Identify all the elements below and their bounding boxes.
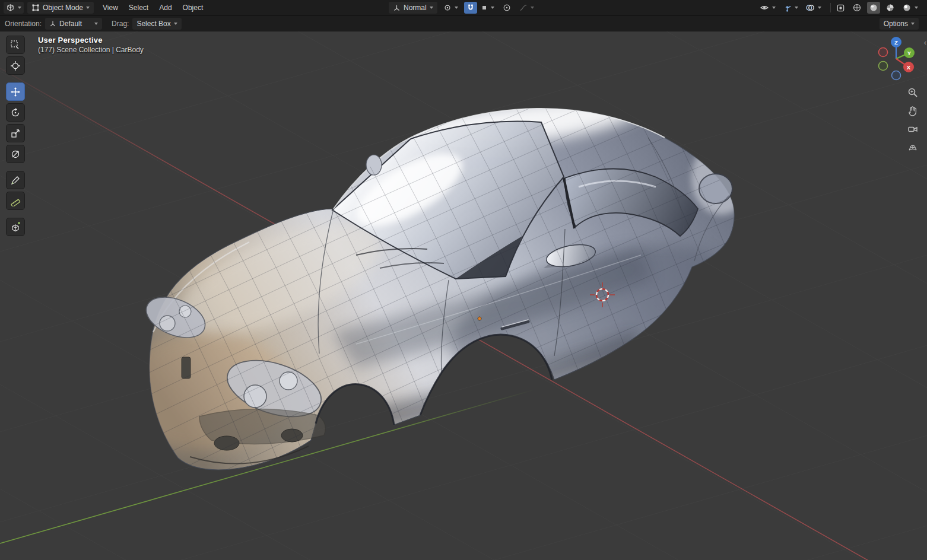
viewport-side-controls [906,85,919,154]
chevron-down-icon [795,7,798,9]
drag-label: Drag: [112,20,129,28]
shading-rendered-button[interactable] [900,2,920,14]
show-gizmo-dropdown[interactable] [781,2,800,14]
tool-cursor[interactable] [6,56,25,75]
shading-material-button[interactable] [884,2,897,14]
shading-solid-button[interactable] [867,2,880,14]
gizmo-axis-y-positive[interactable]: Y [904,47,915,58]
gizmo-y-label: Y [907,50,912,56]
orientation-label: Orientation: [5,20,42,28]
snap-target-dropdown[interactable] [478,2,497,14]
editor-type-icon [6,4,15,12]
gizmo-axis-z-positive[interactable]: Z [891,37,901,47]
material-shading-icon [885,3,895,12]
tool-move[interactable] [6,82,25,101]
orientation-select[interactable]: Default [45,18,102,30]
proportional-icon [503,4,511,12]
drag-select-value: Select Box [136,20,170,28]
viewport-canvas[interactable] [0,0,927,560]
quarter-window [699,174,732,203]
editor-type-selector[interactable] [4,2,24,14]
xray-toggle[interactable] [834,2,847,14]
overlays-icon [805,3,815,12]
rotate-tool-icon [10,107,21,118]
gizmo-arrows-icon [783,4,792,12]
fog-lamp [281,429,303,442]
show-overlays-dropdown[interactable] [804,2,823,14]
annotate-pen-icon [10,175,21,186]
options-dropdown[interactable]: Options [880,18,919,30]
falloff-dropdown[interactable] [517,2,536,14]
gizmo-axis-x-negative[interactable] [879,48,888,57]
pivot-point-dropdown[interactable] [441,2,461,14]
mode-label: Object Mode [43,4,83,12]
chevron-down-icon [818,7,821,9]
tool-measure[interactable] [6,192,25,210]
options-label: Options [884,20,908,28]
chevron-down-icon [455,7,458,9]
camera-view-icon [907,124,918,135]
scene-breadcrumb: (177) Scene Collection | CarBody [38,46,144,54]
chevron-down-icon [491,7,494,9]
solid-shading-icon [869,3,878,12]
left-mirror [366,155,382,175]
view-perspective-label: User Perspective [38,36,144,44]
orientation-icon [49,20,56,27]
wireframe-shading-icon [852,3,862,12]
tool-add-cube[interactable] [6,218,25,236]
tool-settings-bar: Orientation: Default Drag: Select Box Op… [0,16,927,31]
drag-select[interactable]: Select Box [132,18,181,30]
snap-toggle-button[interactable] [464,2,477,14]
tool-annotate[interactable] [6,171,25,189]
navigation-gizmo[interactable]: Z Y X [871,33,921,85]
n-panel-toggle[interactable]: ‹ [924,38,926,47]
cursor-tool-icon [10,61,21,71]
transform-orientation-dropdown[interactable]: Normal [389,2,437,14]
chevron-down-icon [86,7,90,9]
object-visibility-dropdown[interactable] [758,2,777,14]
magnet-icon [466,4,475,12]
select-box-icon [10,40,21,50]
toolbar [6,36,25,238]
chevron-down-icon [772,7,776,9]
object-origin-dot[interactable] [478,317,481,320]
viewport-info-overlay: User Perspective (177) Scene Collection … [38,36,144,54]
visibility-eye-icon [760,3,769,12]
chevron-down-icon [915,7,918,9]
gizmo-axis-x-positive[interactable]: X [903,62,914,72]
menu-select[interactable]: Select [123,0,154,15]
left-lamp [179,306,191,317]
camera-view-button[interactable] [906,122,919,136]
chevron-down-icon [911,23,915,25]
car-body-object[interactable] [34,15,809,560]
pan-button[interactable] [906,104,919,117]
chevron-down-icon [430,7,433,9]
move-tool-icon [10,87,21,97]
tool-scale[interactable] [6,124,25,142]
orientation-icon [393,4,401,12]
zoom-button[interactable] [906,85,919,99]
menu-add[interactable]: Add [154,0,177,15]
gizmo-x-label: X [907,64,911,71]
falloff-icon [519,4,528,12]
rendered-shading-icon [902,3,912,12]
tool-rotate[interactable] [6,103,25,122]
mode-dropdown[interactable]: Object Mode [27,2,94,14]
left-lamp [160,316,175,331]
pivot-icon [443,4,452,12]
gizmo-axis-y-negative[interactable] [879,62,888,71]
tool-select-box[interactable] [6,36,25,54]
xray-icon [836,4,845,12]
menu-view[interactable]: View [97,0,123,15]
gizmo-z-label: Z [894,39,898,46]
proportional-editing-toggle[interactable] [500,2,513,14]
chevron-down-icon [174,23,177,25]
gizmo-axis-z-negative[interactable] [892,71,901,80]
menu-object[interactable]: Object [177,0,209,15]
measure-ruler-icon [10,196,21,206]
hood-vent [182,357,191,378]
tool-transform[interactable] [6,145,25,163]
ortho-toggle-button[interactable] [906,141,919,154]
scale-tool-icon [10,128,21,139]
shading-wireframe-button[interactable] [850,2,863,14]
